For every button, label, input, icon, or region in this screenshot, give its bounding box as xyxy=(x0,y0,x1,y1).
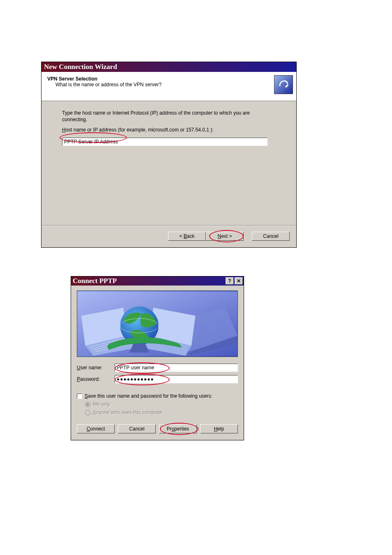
anyone-radio xyxy=(85,410,90,415)
banner-image xyxy=(77,290,238,357)
properties-button[interactable]: Properties xyxy=(159,424,197,433)
back-button[interactable]: < Back xyxy=(168,232,206,241)
anyone-label: Anyone who uses this computer xyxy=(93,410,163,415)
save-options: Save this user name and password for the… xyxy=(71,390,244,419)
me-only-radio xyxy=(85,402,90,407)
password-label: Password: xyxy=(77,376,115,382)
connect-title-bar: Connect PPTP ? ✕ xyxy=(71,276,244,286)
help-button[interactable]: Help xyxy=(200,424,238,433)
host-field-label: Host name or IP address (for example, mi… xyxy=(62,127,276,134)
wizard-body: Type the host name or Internet Protocol … xyxy=(42,101,296,225)
wizard-header-subtitle: What is the name or address of the VPN s… xyxy=(55,82,291,88)
wizard-footer: < Back Next > Cancel xyxy=(42,226,296,247)
connect-dialog: Connect PPTP ? ✕ xyxy=(71,276,244,440)
wizard-header: VPN Server Selection What is the name or… xyxy=(42,72,296,101)
save-credentials-checkbox[interactable] xyxy=(77,394,82,399)
cancel-button[interactable]: Cancel xyxy=(118,424,156,433)
save-credentials-label: Save this user name and password for the… xyxy=(85,393,212,399)
connect-footer: Connect Cancel Properties Help xyxy=(71,419,244,440)
next-button[interactable]: Next > xyxy=(206,232,244,241)
connect-button[interactable]: Connect xyxy=(77,424,115,433)
close-icon[interactable]: ✕ xyxy=(235,277,243,285)
connect-title-text: Connect PPTP xyxy=(73,277,226,285)
wizard-instruction: Type the host name or Internet Protocol … xyxy=(62,110,276,123)
credentials-form: User name: Password: ●●●●●●●●●●● xyxy=(71,361,244,390)
cancel-button[interactable]: Cancel xyxy=(252,232,290,241)
wizard-title-text: New Connection Wizard xyxy=(44,63,117,71)
wizard-header-title: VPN Server Selection xyxy=(47,76,291,82)
help-icon[interactable]: ? xyxy=(226,277,234,285)
me-only-label: Me only xyxy=(93,401,110,407)
wizard-window: New Connection Wizard VPN Server Selecti… xyxy=(41,62,297,248)
wizard-title-bar: New Connection Wizard xyxy=(42,62,296,72)
password-input[interactable]: ●●●●●●●●●●● xyxy=(115,375,238,383)
username-label: User name: xyxy=(77,365,115,371)
connection-icon xyxy=(274,75,293,94)
username-input[interactable] xyxy=(115,364,238,372)
host-ip-input[interactable] xyxy=(62,138,267,146)
